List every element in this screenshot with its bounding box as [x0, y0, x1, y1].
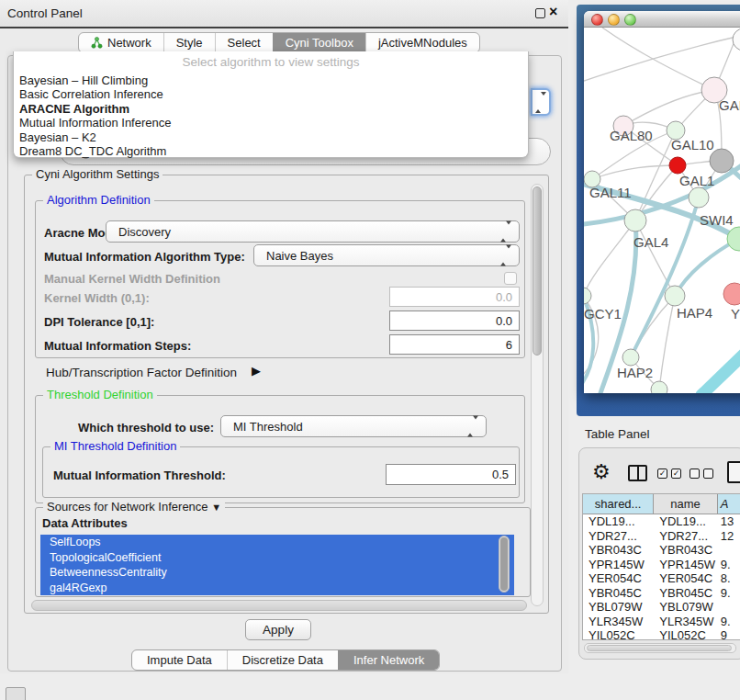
table-row[interactable]: YDL19... YDL19... 13 [583, 514, 740, 529]
gear-icon[interactable]: ⚙ [592, 460, 611, 484]
columns-icon[interactable] [628, 465, 647, 481]
deselect-all-icon[interactable] [690, 469, 713, 479]
node-swi4[interactable] [689, 187, 709, 208]
algorithm-option-selected[interactable]: ARACNE Algorithm [14, 102, 528, 116]
export-table-icon[interactable] [727, 461, 740, 483]
tab-infer-network[interactable]: Infer Network [338, 650, 439, 670]
table-row[interactable]: YBL079W YBL079W [583, 600, 740, 615]
data-attributes-list: SelfLoops TopologicalCoefficient Between… [40, 535, 514, 595]
cell: YLR345W [654, 615, 717, 629]
minimized-panel-icon[interactable] [6, 687, 26, 700]
hub-section-label[interactable]: Hub/Transcription Factor Definition [46, 366, 237, 379]
attribute-list-scrollbar-thumb[interactable] [500, 537, 508, 591]
tab-select[interactable]: Select [215, 33, 273, 52]
dpi-tolerance-field[interactable]: 0.0 [389, 310, 520, 331]
node-unnamed-top[interactable] [733, 28, 740, 51]
node-label: HAP4 [677, 305, 712, 321]
aracne-mode-combo[interactable]: Discovery [106, 220, 520, 243]
column-header-shared-name[interactable]: shared... [583, 494, 654, 514]
table-row[interactable]: YBR043C YBR043C [583, 543, 740, 558]
algorithm-option[interactable]: Basic Correlation Inference [14, 87, 528, 101]
apply-button[interactable]: Apply [245, 619, 311, 640]
which-threshold-label: Which threshold to use: [78, 421, 214, 435]
node-y-partial[interactable] [723, 283, 740, 305]
mi-steps-field[interactable]: 6 [389, 334, 520, 355]
network-window-titlebar[interactable] [584, 11, 740, 28]
algorithm-combo-stepper[interactable] [531, 88, 551, 116]
cyni-algorithm-settings-legend: Cyni Algorithm Settings [32, 167, 163, 181]
kernel-width-field[interactable]: 0.0 [389, 287, 520, 307]
mi-steps-value: 6 [506, 338, 512, 352]
settings-scrollbar-thumb[interactable] [533, 186, 542, 356]
attribute-item[interactable]: BetweennessCentrality [40, 565, 514, 581]
tab-jactivemnodules[interactable]: jActiveMNodules [365, 33, 479, 52]
algorithm-definition-legend: Algorithm Definition [43, 193, 154, 207]
cyni-bottom-tabs: Impute Data Discretize Data Infer Networ… [131, 649, 440, 671]
control-panel-titlebar: Control Panel × [0, 0, 568, 28]
cell: YER054C [583, 571, 654, 586]
node-gal4[interactable] [624, 209, 646, 231]
settings-hscrollbar[interactable] [31, 600, 527, 611]
attribute-item[interactable]: gal4RGexp [40, 581, 514, 596]
tab-style-label: Style [176, 33, 203, 52]
algorithm-dropdown-prompt: Select algorithm to view settings [14, 51, 528, 73]
tab-discretize-data[interactable]: Discretize Data [227, 650, 338, 670]
dpi-tolerance-label: DPI Tolerance [0,1]: [44, 315, 154, 329]
expand-right-icon[interactable]: ▶ [252, 364, 261, 378]
table-row[interactable]: YBR045C YBR045C 9. [583, 586, 740, 601]
minimize-traffic-light[interactable] [608, 14, 620, 26]
close-traffic-light[interactable] [591, 14, 603, 26]
node-gcy1[interactable] [584, 288, 591, 304]
mi-type-combo[interactable]: Naive Bayes [253, 244, 520, 266]
column-header-name[interactable]: name [654, 494, 717, 514]
select-all-icon[interactable]: ✓ ✓ [657, 469, 681, 479]
attribute-item[interactable]: TopologicalCoefficient [40, 550, 514, 566]
cell: 9 [718, 628, 740, 640]
table-hscrollbar-thumb[interactable] [587, 645, 732, 651]
sources-legend: Sources for Network Inference ▼ [43, 500, 225, 514]
attribute-item[interactable]: SelfLoops [40, 535, 514, 550]
table-row[interactable]: YDR27... YDR27... 12 [583, 529, 740, 544]
kernel-width-label: Kernel Width (0,1): [44, 291, 150, 305]
table-row[interactable]: YER054C YER054C 8. [583, 571, 740, 586]
algorithm-option[interactable]: Dream8 DC_TDC Algorithm [14, 144, 528, 158]
table-row[interactable]: YIL052C YIL052C 9 [583, 628, 740, 640]
which-threshold-value: MI Threshold [233, 420, 303, 434]
network-canvas[interactable]: GAL GAL80 GAL10 GAL1 GAL11 SWI4 GAL4 GCY… [584, 28, 740, 393]
node-label: GAL4 [633, 234, 668, 250]
control-panel-title: Control Panel [7, 6, 83, 20]
zoom-traffic-light[interactable] [624, 14, 636, 26]
node-hap2[interactable] [622, 349, 639, 366]
threshold-definition-legend: Threshold Definition [43, 388, 157, 401]
algorithm-option[interactable]: Bayesian – Hill Climbing [14, 73, 528, 87]
cell: YBR045C [583, 586, 654, 601]
which-threshold-combo[interactable]: MI Threshold [220, 415, 487, 437]
cell: YDR27... [583, 529, 654, 544]
cell: YBR043C [654, 543, 717, 558]
tab-network[interactable]: Network [79, 33, 163, 52]
tab-select-label: Select [228, 33, 261, 52]
manual-kernel-checkbox[interactable] [504, 272, 517, 285]
float-window-icon[interactable] [535, 8, 545, 18]
close-icon[interactable]: × [549, 4, 557, 20]
node-bottom[interactable] [651, 381, 667, 393]
node-hap4[interactable] [665, 286, 685, 306]
control-panel: Control Panel × Network Style Select Cyn… [0, 0, 568, 673]
table-hscrollbar[interactable] [584, 643, 736, 653]
table-row[interactable]: YPR145W YPR145W 9. [583, 558, 740, 572]
tab-impute-data-label: Impute Data [147, 653, 212, 667]
tab-style[interactable]: Style [163, 33, 215, 52]
mi-threshold-field[interactable]: 0.5 [386, 464, 516, 485]
tab-impute-data[interactable]: Impute Data [132, 650, 227, 670]
tab-network-label: Network [107, 33, 151, 52]
bottom-strip [0, 673, 740, 700]
unchecked-box-icon [690, 469, 700, 479]
tab-discretize-data-label: Discretize Data [242, 653, 323, 667]
tab-cyni-toolbox[interactable]: Cyni Toolbox [273, 33, 365, 52]
table-row[interactable]: YLR345W YLR345W 9. [583, 615, 740, 629]
algorithm-option[interactable]: Bayesian – K2 [14, 130, 528, 144]
algorithm-option[interactable]: Mutual Information Inference [14, 116, 528, 130]
collapse-down-icon[interactable]: ▼ [211, 502, 221, 513]
node-gal1[interactable] [669, 157, 686, 174]
column-header-partial[interactable]: A [718, 494, 740, 514]
